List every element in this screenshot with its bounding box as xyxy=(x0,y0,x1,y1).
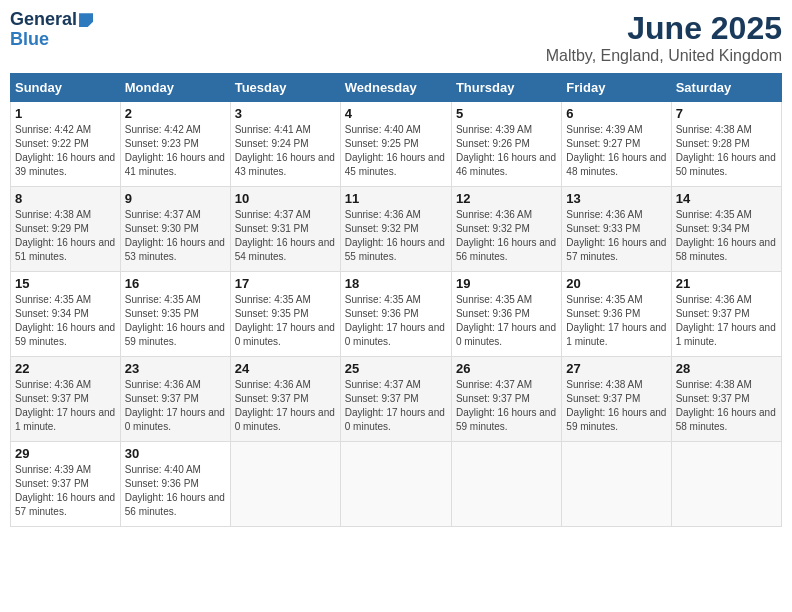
calendar-week-row: 29Sunrise: 4:39 AMSunset: 9:37 PMDayligh… xyxy=(11,442,782,527)
day-number: 4 xyxy=(345,106,447,121)
calendar-cell: 26Sunrise: 4:37 AMSunset: 9:37 PMDayligh… xyxy=(451,357,561,442)
day-number: 5 xyxy=(456,106,557,121)
day-number: 18 xyxy=(345,276,447,291)
header: General Blue June 2025 Maltby, England, … xyxy=(10,10,782,65)
calendar-cell: 30Sunrise: 4:40 AMSunset: 9:36 PMDayligh… xyxy=(120,442,230,527)
day-info: Sunrise: 4:42 AMSunset: 9:23 PMDaylight:… xyxy=(125,123,226,179)
calendar-cell: 29Sunrise: 4:39 AMSunset: 9:37 PMDayligh… xyxy=(11,442,121,527)
day-number: 29 xyxy=(15,446,116,461)
day-number: 12 xyxy=(456,191,557,206)
day-number: 8 xyxy=(15,191,116,206)
day-number: 7 xyxy=(676,106,777,121)
day-info: Sunrise: 4:40 AMSunset: 9:36 PMDaylight:… xyxy=(125,463,226,519)
day-number: 17 xyxy=(235,276,336,291)
day-info: Sunrise: 4:38 AMSunset: 9:28 PMDaylight:… xyxy=(676,123,777,179)
day-info: Sunrise: 4:36 AMSunset: 9:32 PMDaylight:… xyxy=(456,208,557,264)
day-info: Sunrise: 4:35 AMSunset: 9:34 PMDaylight:… xyxy=(676,208,777,264)
weekday-header-friday: Friday xyxy=(562,74,671,102)
calendar-cell xyxy=(562,442,671,527)
calendar-cell: 21Sunrise: 4:36 AMSunset: 9:37 PMDayligh… xyxy=(671,272,781,357)
weekday-header-saturday: Saturday xyxy=(671,74,781,102)
day-info: Sunrise: 4:37 AMSunset: 9:37 PMDaylight:… xyxy=(345,378,447,434)
day-number: 27 xyxy=(566,361,666,376)
calendar-cell: 9Sunrise: 4:37 AMSunset: 9:30 PMDaylight… xyxy=(120,187,230,272)
calendar-cell: 25Sunrise: 4:37 AMSunset: 9:37 PMDayligh… xyxy=(340,357,451,442)
day-number: 14 xyxy=(676,191,777,206)
calendar-week-row: 1Sunrise: 4:42 AMSunset: 9:22 PMDaylight… xyxy=(11,102,782,187)
day-info: Sunrise: 4:36 AMSunset: 9:37 PMDaylight:… xyxy=(15,378,116,434)
logo-text: General xyxy=(10,10,93,30)
day-number: 3 xyxy=(235,106,336,121)
calendar-cell: 19Sunrise: 4:35 AMSunset: 9:36 PMDayligh… xyxy=(451,272,561,357)
day-number: 23 xyxy=(125,361,226,376)
day-number: 28 xyxy=(676,361,777,376)
day-info: Sunrise: 4:36 AMSunset: 9:37 PMDaylight:… xyxy=(125,378,226,434)
logo-general: General xyxy=(10,9,93,29)
day-info: Sunrise: 4:42 AMSunset: 9:22 PMDaylight:… xyxy=(15,123,116,179)
calendar-cell: 27Sunrise: 4:38 AMSunset: 9:37 PMDayligh… xyxy=(562,357,671,442)
day-info: Sunrise: 4:40 AMSunset: 9:25 PMDaylight:… xyxy=(345,123,447,179)
logo-blue-text: Blue xyxy=(10,30,93,50)
calendar-cell: 16Sunrise: 4:35 AMSunset: 9:35 PMDayligh… xyxy=(120,272,230,357)
day-info: Sunrise: 4:38 AMSunset: 9:29 PMDaylight:… xyxy=(15,208,116,264)
day-number: 9 xyxy=(125,191,226,206)
calendar-cell: 22Sunrise: 4:36 AMSunset: 9:37 PMDayligh… xyxy=(11,357,121,442)
weekday-header-wednesday: Wednesday xyxy=(340,74,451,102)
day-info: Sunrise: 4:35 AMSunset: 9:35 PMDaylight:… xyxy=(125,293,226,349)
calendar-cell: 23Sunrise: 4:36 AMSunset: 9:37 PMDayligh… xyxy=(120,357,230,442)
weekday-header-monday: Monday xyxy=(120,74,230,102)
calendar-cell: 15Sunrise: 4:35 AMSunset: 9:34 PMDayligh… xyxy=(11,272,121,357)
location-title: Maltby, England, United Kingdom xyxy=(546,47,782,65)
logo-blue: Blue xyxy=(10,29,49,49)
day-number: 1 xyxy=(15,106,116,121)
day-number: 20 xyxy=(566,276,666,291)
day-info: Sunrise: 4:35 AMSunset: 9:36 PMDaylight:… xyxy=(456,293,557,349)
day-info: Sunrise: 4:37 AMSunset: 9:30 PMDaylight:… xyxy=(125,208,226,264)
day-info: Sunrise: 4:36 AMSunset: 9:33 PMDaylight:… xyxy=(566,208,666,264)
day-number: 22 xyxy=(15,361,116,376)
day-info: Sunrise: 4:36 AMSunset: 9:37 PMDaylight:… xyxy=(235,378,336,434)
calendar-cell xyxy=(451,442,561,527)
day-info: Sunrise: 4:36 AMSunset: 9:32 PMDaylight:… xyxy=(345,208,447,264)
day-number: 6 xyxy=(566,106,666,121)
calendar-cell: 1Sunrise: 4:42 AMSunset: 9:22 PMDaylight… xyxy=(11,102,121,187)
day-number: 11 xyxy=(345,191,447,206)
day-info: Sunrise: 4:37 AMSunset: 9:31 PMDaylight:… xyxy=(235,208,336,264)
day-number: 16 xyxy=(125,276,226,291)
calendar-cell: 24Sunrise: 4:36 AMSunset: 9:37 PMDayligh… xyxy=(230,357,340,442)
day-info: Sunrise: 4:35 AMSunset: 9:35 PMDaylight:… xyxy=(235,293,336,349)
calendar-table: SundayMondayTuesdayWednesdayThursdayFrid… xyxy=(10,73,782,527)
day-info: Sunrise: 4:36 AMSunset: 9:37 PMDaylight:… xyxy=(676,293,777,349)
calendar-cell: 12Sunrise: 4:36 AMSunset: 9:32 PMDayligh… xyxy=(451,187,561,272)
day-info: Sunrise: 4:41 AMSunset: 9:24 PMDaylight:… xyxy=(235,123,336,179)
day-info: Sunrise: 4:39 AMSunset: 9:27 PMDaylight:… xyxy=(566,123,666,179)
calendar-cell: 17Sunrise: 4:35 AMSunset: 9:35 PMDayligh… xyxy=(230,272,340,357)
calendar-cell: 20Sunrise: 4:35 AMSunset: 9:36 PMDayligh… xyxy=(562,272,671,357)
calendar-cell: 11Sunrise: 4:36 AMSunset: 9:32 PMDayligh… xyxy=(340,187,451,272)
day-info: Sunrise: 4:35 AMSunset: 9:36 PMDaylight:… xyxy=(345,293,447,349)
logo-icon xyxy=(79,13,93,27)
day-number: 2 xyxy=(125,106,226,121)
logo: General Blue xyxy=(10,10,93,50)
day-info: Sunrise: 4:37 AMSunset: 9:37 PMDaylight:… xyxy=(456,378,557,434)
calendar-cell xyxy=(340,442,451,527)
day-number: 13 xyxy=(566,191,666,206)
day-number: 15 xyxy=(15,276,116,291)
day-info: Sunrise: 4:38 AMSunset: 9:37 PMDaylight:… xyxy=(566,378,666,434)
day-number: 21 xyxy=(676,276,777,291)
day-number: 10 xyxy=(235,191,336,206)
day-number: 24 xyxy=(235,361,336,376)
day-info: Sunrise: 4:39 AMSunset: 9:26 PMDaylight:… xyxy=(456,123,557,179)
calendar-cell: 13Sunrise: 4:36 AMSunset: 9:33 PMDayligh… xyxy=(562,187,671,272)
weekday-header-sunday: Sunday xyxy=(11,74,121,102)
calendar-cell: 5Sunrise: 4:39 AMSunset: 9:26 PMDaylight… xyxy=(451,102,561,187)
calendar-cell: 2Sunrise: 4:42 AMSunset: 9:23 PMDaylight… xyxy=(120,102,230,187)
calendar-cell: 14Sunrise: 4:35 AMSunset: 9:34 PMDayligh… xyxy=(671,187,781,272)
calendar-cell: 18Sunrise: 4:35 AMSunset: 9:36 PMDayligh… xyxy=(340,272,451,357)
weekday-header-tuesday: Tuesday xyxy=(230,74,340,102)
calendar-cell: 8Sunrise: 4:38 AMSunset: 9:29 PMDaylight… xyxy=(11,187,121,272)
day-info: Sunrise: 4:35 AMSunset: 9:34 PMDaylight:… xyxy=(15,293,116,349)
calendar-cell: 7Sunrise: 4:38 AMSunset: 9:28 PMDaylight… xyxy=(671,102,781,187)
calendar-week-row: 8Sunrise: 4:38 AMSunset: 9:29 PMDaylight… xyxy=(11,187,782,272)
month-title: June 2025 xyxy=(546,10,782,47)
